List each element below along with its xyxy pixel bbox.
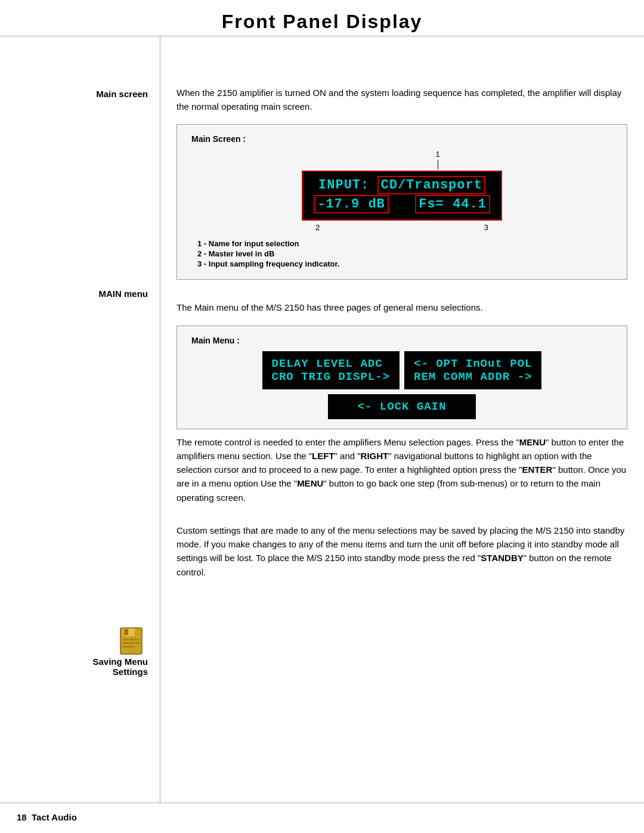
sidebar-saving: Saving Menu Settings <box>0 615 160 677</box>
menu-block-1-line2: CRO TRIG DISPL-> <box>272 370 390 383</box>
sidebar-saving-label-line2: Settings <box>113 667 148 677</box>
menu-block-2: <- OPT InOut POL REM COMM ADDR -> <box>404 351 541 389</box>
saving-icon <box>117 625 148 657</box>
main-menu-display-row1: DELAY LEVEL ADC CRO TRIG DISPL-> <- OPT … <box>191 351 612 389</box>
saving-body: Custom settings that are made to any of … <box>177 524 627 579</box>
section-main-menu: The Main menu of the M/S 2150 has three … <box>177 301 627 504</box>
main-menu-diagram: Main Menu : DELAY LEVEL ADC CRO TRIG DIS… <box>177 326 627 429</box>
annotation-2: 2 - Master level in dB <box>197 249 612 258</box>
bold-right: RIGHT <box>361 451 389 461</box>
menu-block-2-line2: REM COMM ADDR -> <box>414 370 532 383</box>
marker-1: 1 <box>435 150 439 159</box>
lcd-line1: INPUT: CD/Transport <box>314 178 490 193</box>
annotation-1: 1 - Name for input selection <box>197 239 612 248</box>
menu-block-3-line1: <- LOCK GAIN <box>358 400 447 413</box>
lcd-fs: Fs= 44.1 <box>415 195 490 213</box>
content-area: Main screen MAIN menu Savi <box>0 76 644 677</box>
menu-block-1-line1: DELAY LEVEL ADC <box>272 357 390 370</box>
page-title: Front Panel Display <box>0 0 644 39</box>
lcd-spacer <box>394 195 410 213</box>
main-screen-intro: When the 2150 amplifier is turned ON and… <box>177 86 627 113</box>
bold-menu-2: MENU <box>297 478 323 488</box>
section-saving: Custom settings that are made to any of … <box>177 524 627 579</box>
bottom-rule <box>0 803 644 803</box>
vertical-divider <box>160 36 160 803</box>
sidebar-main-menu: MAIN menu <box>0 274 160 299</box>
lcd-level: -17.9 dB <box>314 195 389 213</box>
main-menu-diagram-label: Main Menu : <box>191 336 612 345</box>
main-menu-body: The remote control is needed to enter th… <box>177 435 627 504</box>
marker-1-line <box>438 160 438 169</box>
main-menu-intro: The Main menu of the M/S 2150 has three … <box>177 301 627 315</box>
annotation-3: 3 - Input sampling frequency indicator. <box>197 259 612 268</box>
main-screen-diagram: Main Screen : 1 INPUT: CD/Transport -17.… <box>177 124 627 280</box>
below-markers: 2 3 <box>315 223 488 232</box>
marker-2: 2 <box>315 223 320 232</box>
main-screen-diagram-label: Main Screen : <box>191 134 612 144</box>
footer-brand: Tact Audio <box>32 812 77 822</box>
sidebar-saving-label-line1: Saving Menu <box>92 657 148 667</box>
annotation-list: 1 - Name for input selection 2 - Master … <box>191 239 612 268</box>
section-main-screen: When the 2150 amplifier is turned ON and… <box>177 86 627 280</box>
bold-left: LEFT <box>312 451 335 461</box>
bold-enter: ENTER <box>522 465 553 475</box>
svg-rect-5 <box>123 646 135 648</box>
menu-block-1: DELAY LEVEL ADC CRO TRIG DISPL-> <box>262 351 400 389</box>
footer: 18 Tact Audio <box>17 812 77 822</box>
lcd-display: INPUT: CD/Transport -17.9 dB Fs= 44.1 <box>302 171 502 221</box>
bold-standby: STANDBY <box>481 553 523 563</box>
sidebar-main-screen: Main screen <box>0 76 160 99</box>
menu-block-3: <- LOCK GAIN <box>328 394 476 419</box>
footer-page: 18 <box>17 812 27 822</box>
display-wrapper: 1 INPUT: CD/Transport -17.9 dB Fs= 44.1 <box>191 150 612 232</box>
lcd-line2: -17.9 dB Fs= 44.1 <box>314 195 490 213</box>
main-content: When the 2150 amplifier is turned ON and… <box>160 76 644 677</box>
menu-block-2-line1: <- OPT InOut POL <box>414 357 532 370</box>
marker-3: 3 <box>484 223 488 232</box>
svg-rect-2 <box>124 629 128 635</box>
bold-menu-1: MENU <box>519 437 546 447</box>
svg-rect-4 <box>123 642 140 644</box>
main-menu-display-row2: <- LOCK GAIN <box>191 394 612 419</box>
top-rule <box>0 36 644 36</box>
svg-rect-3 <box>123 639 140 640</box>
sidebar: Main screen MAIN menu Savi <box>0 76 160 677</box>
